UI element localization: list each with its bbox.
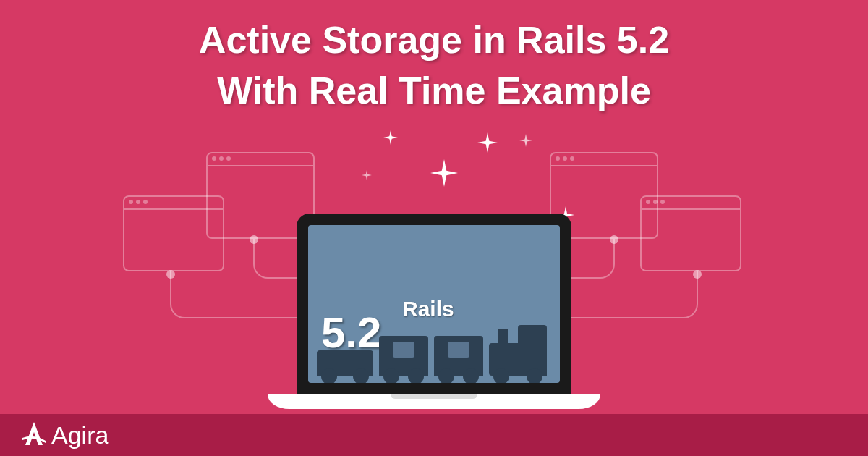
node-dot-icon xyxy=(250,235,258,244)
brand-name: Agira xyxy=(51,421,109,449)
sparkle-icon xyxy=(383,130,398,145)
brand-logo-icon xyxy=(18,419,50,451)
node-dot-icon xyxy=(610,235,618,244)
banner-title: Active Storage in Rails 5.2 With Real Ti… xyxy=(0,0,868,116)
node-dot-icon xyxy=(693,270,702,279)
laptop-icon: 5.2 Rails xyxy=(297,214,571,409)
brand-logo: Agira xyxy=(18,419,109,451)
train-icon xyxy=(317,325,547,376)
sparkle-icon xyxy=(430,159,458,187)
hero-illustration: 5.2 Rails xyxy=(0,127,868,416)
footer-bar: Agira xyxy=(0,414,868,456)
title-line-2: With Real Time Example xyxy=(0,65,868,116)
title-line-1: Active Storage in Rails 5.2 xyxy=(0,14,868,65)
rails-label: Rails xyxy=(402,297,454,321)
sparkle-icon xyxy=(362,170,372,180)
window-outline-icon xyxy=(640,195,741,271)
node-dot-icon xyxy=(166,270,175,279)
sparkle-icon xyxy=(519,134,532,147)
sparkle-icon xyxy=(477,132,498,153)
